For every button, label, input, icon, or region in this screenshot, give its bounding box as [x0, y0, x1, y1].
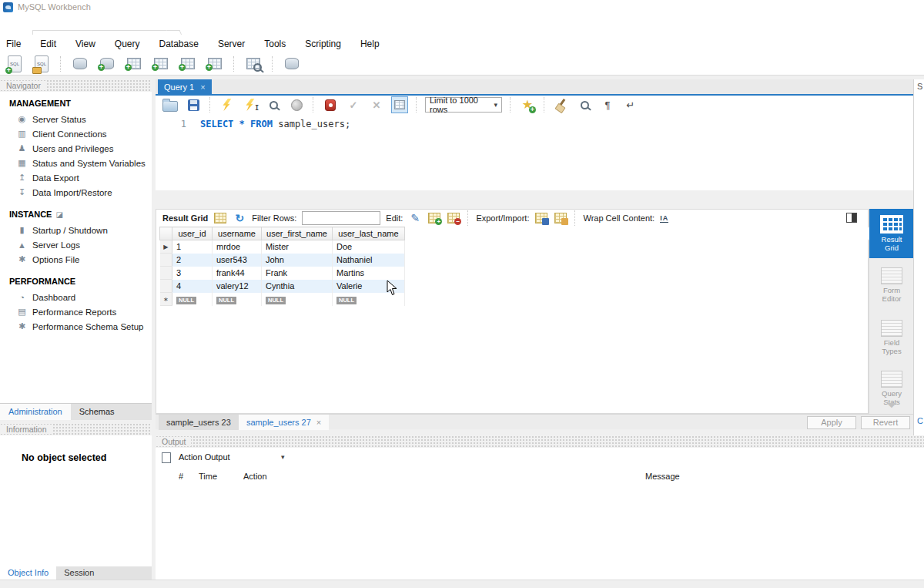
cell[interactable]: Nathaniel — [333, 254, 405, 267]
cell[interactable]: user543 — [213, 254, 262, 267]
menu-query[interactable]: Query — [115, 39, 140, 49]
cell[interactable]: 3 — [172, 267, 213, 280]
column-header-username[interactable]: username — [213, 227, 262, 240]
tab-schemas[interactable]: Schemas — [71, 404, 123, 420]
save-script-button[interactable] — [185, 96, 202, 113]
execute-current-statement-button[interactable]: I — [242, 96, 259, 113]
chevron-down-icon[interactable]: ▾ — [281, 453, 285, 461]
cell[interactable]: 1 — [172, 240, 213, 254]
open-sql-script-button[interactable]: SQL — [32, 54, 52, 74]
sidebar-item-server-status[interactable]: ◉ Server Status — [0, 112, 152, 126]
tab-object-info[interactable]: Object Info — [0, 566, 56, 580]
tab-session[interactable]: Session — [56, 566, 102, 580]
sidebar-item-options-file[interactable]: ✱ Options File — [0, 252, 152, 267]
tab-query-1[interactable]: Query 1 × — [158, 79, 212, 94]
menu-tools[interactable]: Tools — [264, 39, 286, 49]
resultset-tab-2[interactable]: sample_users 27 × — [239, 415, 329, 430]
explain-plan-button[interactable] — [265, 96, 282, 113]
sidebar-item-data-import[interactable]: ↧ Data Import/Restore — [0, 185, 152, 200]
menu-database[interactable]: Database — [159, 39, 199, 49]
sidebar-item-dashboard[interactable]: ◔ Dashboard — [0, 290, 152, 304]
cell-null[interactable]: NULL — [213, 293, 262, 306]
side-panel-form-editor[interactable]: Form Editor — [869, 267, 914, 304]
sidebar-item-startup-shutdown[interactable]: ▮ Startup / Shutdown — [0, 223, 152, 237]
add-row-button[interactable]: + — [427, 211, 441, 225]
create-schema-button[interactable]: + — [97, 54, 117, 74]
commit-button[interactable]: ✓ — [345, 96, 362, 113]
sql-editor[interactable]: 1 SELECT * FROM sample_users; — [156, 114, 913, 190]
cell[interactable]: Mister — [262, 240, 333, 254]
refresh-button[interactable]: ↻ — [233, 211, 246, 225]
table-row[interactable]: 4 valery12 Cynthia Valerie — [160, 280, 405, 293]
reconnect-dbms-button[interactable] — [282, 54, 302, 74]
create-view-button[interactable]: + — [151, 54, 171, 74]
inspector-button[interactable] — [70, 54, 90, 74]
save-snippet-button[interactable]: ★ + — [519, 96, 536, 113]
side-panel-field-types[interactable]: Field Types — [869, 320, 914, 356]
revert-button[interactable]: Revert — [861, 416, 910, 429]
cell[interactable]: 4 — [172, 280, 213, 293]
menu-help[interactable]: Help — [360, 39, 380, 49]
create-table-button[interactable]: + — [124, 54, 144, 74]
cell[interactable]: frank44 — [213, 267, 262, 280]
cell[interactable]: Cynthia — [262, 280, 333, 293]
menu-edit[interactable]: Edit — [40, 39, 56, 49]
sidebar-item-server-logs[interactable]: ▲ Server Logs — [0, 237, 152, 252]
side-panel-result-grid[interactable]: Result Grid — [869, 209, 914, 258]
panel-toggle-icon[interactable] — [846, 213, 857, 223]
cell-null[interactable]: NULL — [172, 293, 213, 306]
apply-button[interactable]: Apply — [807, 416, 856, 429]
create-procedure-button[interactable]: + — [178, 54, 198, 74]
rollback-button[interactable]: ✕ — [368, 96, 385, 113]
cell[interactable]: Doe — [333, 240, 405, 254]
filter-rows-input[interactable] — [302, 211, 380, 225]
beautify-query-button[interactable] — [553, 96, 570, 113]
cell[interactable]: Martins — [333, 267, 405, 280]
sidebar-item-data-export[interactable]: ↥ Data Export — [0, 170, 152, 185]
menu-view[interactable]: View — [75, 39, 95, 49]
wrap-cell-icon[interactable]: IA — [660, 214, 668, 223]
import-records-button[interactable] — [554, 211, 567, 225]
stop-query-button[interactable] — [288, 96, 305, 113]
menu-server[interactable]: Server — [218, 39, 245, 49]
cell[interactable]: mrdoe — [213, 240, 262, 254]
edit-record-button[interactable]: ✎ — [408, 211, 422, 225]
chevron-down-icon[interactable]: ▼ — [847, 400, 924, 409]
column-header-last-name[interactable]: user_last_name — [333, 227, 405, 240]
close-icon[interactable]: × — [316, 418, 321, 427]
sidebar-item-status-variables[interactable]: ▦ Status and System Variables — [0, 156, 152, 170]
toggle-word-wrap-button[interactable]: ↵ — [622, 96, 639, 113]
output-type-dropdown[interactable]: Action Output — [179, 452, 230, 462]
tab-administration[interactable]: Administration — [0, 404, 71, 420]
sidebar-item-performance-reports[interactable]: ▤ Performance Reports — [0, 304, 152, 319]
resultset-tab-1[interactable]: sample_users 23 — [159, 415, 239, 430]
cell-null[interactable]: NULL — [262, 293, 333, 306]
table-row[interactable]: 2 user543 John Nathaniel — [160, 254, 405, 267]
cell[interactable]: valery12 — [213, 280, 262, 293]
new-sql-tab-button[interactable]: SQL+ — [5, 54, 25, 74]
search-table-data-button[interactable] — [243, 54, 263, 74]
column-header-user-id[interactable]: user_id — [172, 227, 213, 240]
delete-row-button[interactable]: − — [447, 211, 460, 225]
cell[interactable]: John — [262, 254, 333, 267]
create-function-button[interactable]: + — [205, 54, 225, 74]
grid-columns-button[interactable] — [213, 211, 227, 225]
table-row[interactable]: 3 frank44 Frank Martins — [160, 267, 405, 280]
sidebar-item-users-privileges[interactable]: ♟ Users and Privileges — [0, 141, 152, 156]
execute-query-button[interactable] — [219, 96, 236, 113]
toggle-stop-on-error-button[interactable] — [322, 96, 339, 113]
export-recordset-button[interactable] — [534, 211, 548, 225]
toggle-autocommit-button[interactable] — [391, 96, 408, 113]
close-icon[interactable]: × — [200, 82, 205, 92]
table-row[interactable]: ▶ 1 mrdoe Mister Doe — [160, 240, 405, 254]
cell[interactable]: Frank — [262, 267, 333, 280]
find-button[interactable] — [576, 96, 593, 113]
cell[interactable]: 2 — [172, 254, 213, 267]
toggle-invisible-chars-button[interactable]: ¶ — [599, 96, 616, 113]
open-file-button[interactable] — [162, 96, 179, 113]
menu-file[interactable]: File — [6, 39, 21, 49]
new-row[interactable]: ∗ NULL NULL NULL NULL — [160, 293, 405, 306]
sidebar-item-client-connections[interactable]: ▥ Client Connections — [0, 126, 152, 141]
menu-scripting[interactable]: Scripting — [305, 39, 341, 49]
sidebar-item-performance-schema-setup[interactable]: ✱ Performance Schema Setup — [0, 319, 152, 334]
